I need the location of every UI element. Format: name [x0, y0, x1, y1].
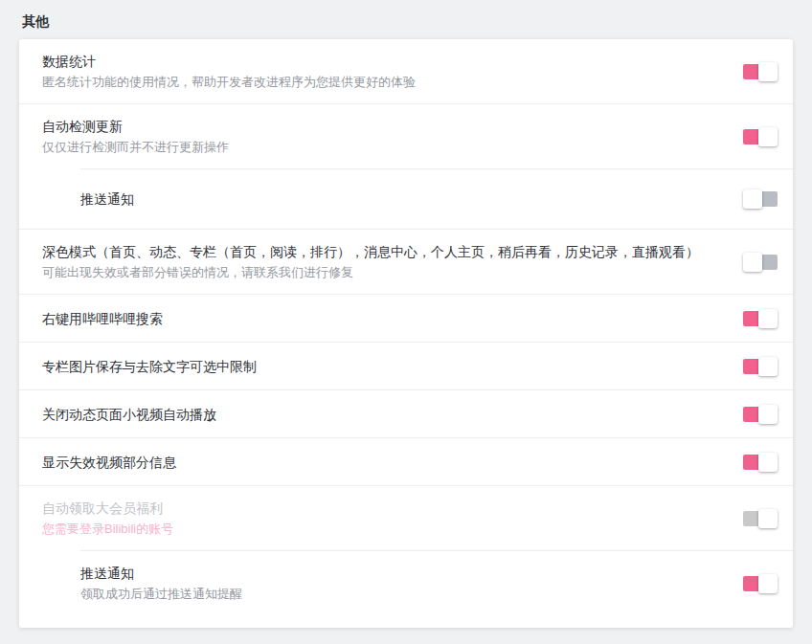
setting-texts: 推送通知: [80, 189, 728, 209]
settings-page: 其他 数据统计 匿名统计功能的使用情况，帮助开发者改进程序为您提供更好的体验 自…: [0, 11, 812, 644]
section-title: 其他: [22, 11, 812, 31]
setting-texts: 自动领取大会员福利 您需要登录Bilibili的账号: [42, 499, 728, 539]
toggle-switch[interactable]: [743, 357, 778, 376]
setting-row: 右键用哔哩哔哩搜索: [19, 295, 793, 342]
setting-row: 自动检测更新 仅仅进行检测而并不进行更新操作: [19, 104, 793, 168]
setting-title: 深色模式（首页、动态、专栏（首页，阅读，排行），消息中心，个人主页，稍后再看，历…: [42, 242, 728, 261]
setting-subtitle: 您需要登录Bilibili的账号: [42, 520, 728, 539]
setting-texts: 专栏图片保存与去除文字可选中限制: [42, 357, 728, 376]
setting-title: 自动检测更新: [42, 117, 728, 136]
setting-row: 显示失效视频部分信息: [19, 438, 793, 485]
setting-row: 数据统计 匿名统计功能的使用情况，帮助开发者改进程序为您提供更好的体验: [19, 39, 793, 103]
setting-subtitle: 仅仅进行检测而并不进行更新操作: [42, 138, 728, 157]
toggle-switch[interactable]: [743, 189, 778, 209]
setting-title: 右键用哔哩哔哩搜索: [42, 309, 728, 328]
setting-subtitle: 领取成功后通过推送通知提醒: [80, 585, 728, 604]
toggle-switch[interactable]: [743, 253, 778, 272]
toggle-knob: [758, 127, 778, 146]
toggle-switch: [743, 509, 778, 528]
toggle-switch[interactable]: [743, 405, 778, 424]
toggle-switch[interactable]: [743, 574, 778, 593]
setting-subtitle: 匿名统计功能的使用情况，帮助开发者改进程序为您提供更好的体验: [42, 73, 728, 92]
setting-title: 推送通知: [80, 564, 728, 583]
setting-title: 专栏图片保存与去除文字可选中限制: [42, 357, 728, 376]
settings-card: 数据统计 匿名统计功能的使用情况，帮助开发者改进程序为您提供更好的体验 自动检测…: [19, 39, 793, 628]
setting-row: 推送通知 领取成功后通过推送通知提醒: [19, 551, 793, 615]
toggle-switch[interactable]: [743, 453, 778, 472]
toggle-knob: [758, 574, 778, 593]
setting-texts: 推送通知 领取成功后通过推送通知提醒: [80, 564, 728, 604]
setting-subtitle: 可能出现失效或者部分错误的情况，请联系我们进行修复: [42, 263, 728, 282]
setting-title: 自动领取大会员福利: [42, 499, 728, 518]
setting-title: 显示失效视频部分信息: [42, 453, 728, 472]
setting-texts: 数据统计 匿名统计功能的使用情况，帮助开发者改进程序为您提供更好的体验: [42, 52, 728, 92]
setting-row: 专栏图片保存与去除文字可选中限制: [19, 343, 793, 389]
toggle-knob: [758, 453, 778, 472]
setting-texts: 显示失效视频部分信息: [42, 453, 728, 472]
setting-row: 自动领取大会员福利 您需要登录Bilibili的账号: [19, 486, 793, 550]
toggle-knob: [743, 189, 762, 209]
setting-texts: 关闭动态页面小视频自动播放: [42, 405, 728, 424]
toggle-knob: [758, 309, 778, 328]
toggle-knob: [743, 253, 762, 272]
toggle-knob: [758, 405, 778, 424]
setting-texts: 右键用哔哩哔哩搜索: [42, 309, 728, 328]
setting-title: 数据统计: [42, 52, 728, 71]
toggle-switch[interactable]: [743, 62, 778, 81]
setting-title: 推送通知: [80, 189, 728, 209]
setting-row: 深色模式（首页、动态、专栏（首页，阅读，排行），消息中心，个人主页，稍后再看，历…: [19, 230, 793, 294]
toggle-knob: [758, 62, 778, 81]
setting-row: 推送通知: [19, 169, 793, 229]
toggle-switch[interactable]: [743, 309, 778, 328]
toggle-knob: [758, 357, 778, 376]
toggle-switch[interactable]: [743, 127, 778, 146]
setting-texts: 深色模式（首页、动态、专栏（首页，阅读，排行），消息中心，个人主页，稍后再看，历…: [42, 242, 728, 282]
setting-title: 关闭动态页面小视频自动播放: [42, 405, 728, 424]
toggle-knob: [758, 509, 778, 528]
setting-texts: 自动检测更新 仅仅进行检测而并不进行更新操作: [42, 117, 728, 157]
setting-row: 关闭动态页面小视频自动播放: [19, 390, 793, 437]
